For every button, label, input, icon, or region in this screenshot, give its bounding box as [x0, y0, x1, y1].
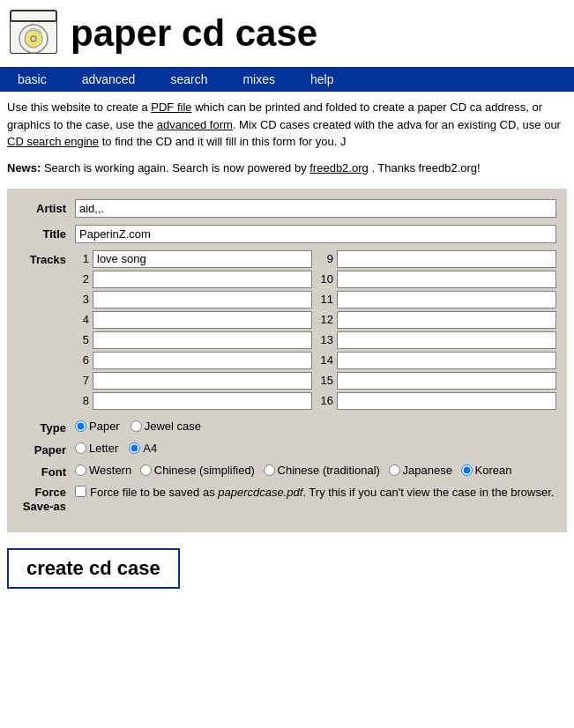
- track-input-1[interactable]: [93, 250, 312, 268]
- nav-mixes[interactable]: mixes: [225, 67, 293, 92]
- track-input-12[interactable]: [337, 311, 556, 329]
- cd-search-link[interactable]: CD search engine: [7, 135, 99, 148]
- track-input-5[interactable]: [93, 331, 312, 349]
- form-container: Artist Title Tracks 1 2: [7, 189, 567, 533]
- font-western-text: Western: [89, 464, 131, 477]
- navbar: basic advanced search mixes help: [0, 67, 574, 92]
- paper-a4-radio[interactable]: [129, 442, 140, 454]
- type-label: Type: [18, 420, 75, 435]
- type-options: Paper Jewel case: [75, 420, 208, 433]
- track-row-5: 5: [75, 331, 312, 349]
- freedb-link[interactable]: freedb2.org: [309, 161, 369, 175]
- font-chinese-simplified-text: Chinese (simplified): [154, 464, 255, 477]
- description: Use this website to create a PDF file wh…: [0, 92, 574, 158]
- font-chinese-traditional-label[interactable]: Chinese (traditional): [264, 464, 380, 477]
- track-input-6[interactable]: [93, 352, 312, 369]
- track-row-15: 15: [319, 372, 556, 390]
- track-row-11: 11: [319, 291, 556, 308]
- type-paper-text: Paper: [89, 420, 120, 433]
- font-chinese-simplified-radio[interactable]: [140, 464, 152, 476]
- font-chinese-simplified-label[interactable]: Chinese (simplified): [140, 464, 255, 477]
- type-row: Type Paper Jewel case: [18, 420, 556, 435]
- nav-basic[interactable]: basic: [0, 67, 64, 92]
- track-row-2: 2: [75, 271, 312, 288]
- logo-icon: [7, 7, 60, 60]
- font-korean-text: Korean: [475, 464, 512, 477]
- nav-search[interactable]: search: [153, 67, 225, 92]
- track-input-2[interactable]: [93, 271, 312, 288]
- force-filename: papercdcase.pdf: [218, 486, 302, 499]
- news-label: News:: [7, 161, 41, 175]
- paper-row: Paper Letter A4: [18, 442, 556, 457]
- paper-a4-text: A4: [143, 442, 157, 455]
- font-japanese-text: Japanese: [403, 464, 452, 477]
- artist-input[interactable]: [75, 199, 556, 218]
- force-save-option-label[interactable]: Force file to be saved as papercdcase.pd…: [75, 486, 556, 499]
- track-row-4: 4: [75, 311, 312, 329]
- paper-a4-label[interactable]: A4: [129, 442, 157, 455]
- track-input-8[interactable]: [93, 392, 312, 410]
- type-jewel-label[interactable]: Jewel case: [130, 420, 201, 433]
- track-input-4[interactable]: [93, 311, 312, 329]
- type-jewel-radio[interactable]: [130, 420, 142, 432]
- force-save-label: Force Save-as: [18, 486, 75, 516]
- font-label: Font: [18, 464, 75, 479]
- track-row-14: 14: [319, 352, 556, 369]
- font-chinese-traditional-text: Chinese (traditional): [278, 464, 380, 477]
- svg-rect-2: [11, 11, 56, 21]
- track-input-15[interactable]: [337, 372, 556, 390]
- advanced-form-link[interactable]: advanced form: [157, 118, 233, 131]
- force-save-row: Force Save-as Force file to be saved as …: [18, 486, 556, 516]
- tracks-container: 1 2 3 4 5: [75, 250, 556, 412]
- nav-advanced[interactable]: advanced: [64, 67, 153, 92]
- track-row-3: 3: [75, 291, 312, 308]
- type-jewel-text: Jewel case: [145, 420, 201, 433]
- news-text2: . Thanks freedb2.org!: [371, 161, 480, 175]
- paper-letter-label[interactable]: Letter: [75, 442, 118, 455]
- title-input[interactable]: [75, 225, 556, 243]
- paper-letter-radio[interactable]: [75, 442, 86, 454]
- track-input-9[interactable]: [337, 250, 556, 268]
- track-row-7: 7: [75, 372, 312, 390]
- track-row-6: 6: [75, 352, 312, 369]
- title-row: Title: [18, 225, 556, 243]
- title-label: Title: [18, 225, 75, 241]
- track-input-11[interactable]: [337, 291, 556, 308]
- force-save-checkbox[interactable]: [75, 486, 86, 497]
- font-options: Western Chinese (simplified) Chinese (tr…: [75, 464, 556, 479]
- nav-help[interactable]: help: [293, 67, 351, 92]
- type-paper-label[interactable]: Paper: [75, 420, 120, 433]
- font-western-label[interactable]: Western: [75, 464, 131, 477]
- track-input-10[interactable]: [337, 271, 556, 288]
- paper-options: Letter A4: [75, 442, 164, 455]
- font-korean-label[interactable]: Korean: [461, 464, 512, 477]
- type-paper-radio[interactable]: [75, 420, 86, 432]
- track-row-1: 1: [75, 250, 312, 268]
- paper-label: Paper: [18, 442, 75, 457]
- track-input-13[interactable]: [337, 331, 556, 349]
- tracks-row: Tracks 1 2 3: [18, 250, 556, 412]
- force-save-text: Force file to be saved as papercdcase.pd…: [90, 486, 554, 499]
- track-row-10: 10: [319, 271, 556, 288]
- artist-row: Artist: [18, 199, 556, 218]
- paper-letter-text: Letter: [89, 442, 118, 455]
- tracks-right: 9 10 11 12 1: [319, 250, 556, 412]
- track-row-16: 16: [319, 392, 556, 410]
- font-chinese-traditional-radio[interactable]: [264, 464, 275, 476]
- track-row-8: 8: [75, 392, 312, 410]
- tracks-left: 1 2 3 4 5: [75, 250, 312, 412]
- font-japanese-radio[interactable]: [389, 464, 400, 476]
- create-cd-case-button[interactable]: create cd case: [7, 548, 180, 589]
- news-section: News: Search is working again. Search is…: [0, 158, 574, 182]
- font-western-radio[interactable]: [75, 464, 86, 476]
- font-korean-radio[interactable]: [461, 464, 473, 476]
- font-row: Font Western Chinese (simplified) Chines…: [18, 464, 556, 479]
- track-input-3[interactable]: [93, 291, 312, 308]
- track-input-7[interactable]: [93, 372, 312, 390]
- header: paper cd case: [0, 0, 574, 67]
- track-row-9: 9: [319, 250, 556, 268]
- track-input-14[interactable]: [337, 352, 556, 369]
- pdf-link[interactable]: PDF file: [151, 100, 191, 114]
- font-japanese-label[interactable]: Japanese: [389, 464, 452, 477]
- track-input-16[interactable]: [337, 392, 556, 410]
